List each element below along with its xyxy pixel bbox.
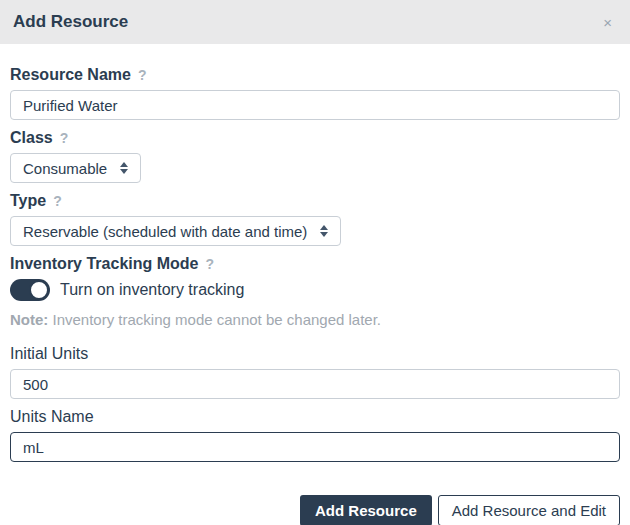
updown-arrows-icon bbox=[320, 225, 328, 237]
initial-units-label: Initial Units bbox=[10, 345, 88, 363]
type-label-row: Type ? bbox=[10, 192, 620, 210]
class-select-value: Consumable bbox=[23, 160, 107, 177]
units-name-label-row: Units Name bbox=[10, 408, 620, 426]
type-label: Type bbox=[10, 192, 46, 210]
toggle-knob bbox=[29, 280, 49, 300]
add-resource-modal: Add Resource × Resource Name ? Class ? C… bbox=[0, 0, 630, 525]
inventory-tracking-toggle-row: Turn on inventory tracking bbox=[10, 279, 620, 301]
toggle-label: Turn on inventory tracking bbox=[60, 281, 244, 299]
close-icon[interactable]: × bbox=[599, 13, 616, 32]
modal-footer: Add Resource Add Resource and Edit bbox=[0, 462, 630, 525]
modal-body: Resource Name ? Class ? Consumable Type … bbox=[0, 44, 630, 462]
help-icon[interactable]: ? bbox=[53, 192, 62, 210]
class-label-row: Class ? bbox=[10, 129, 620, 147]
note-text: Inventory tracking mode cannot be change… bbox=[48, 311, 381, 328]
inventory-tracking-label: Inventory Tracking Mode bbox=[10, 255, 198, 273]
resource-name-label: Resource Name bbox=[10, 66, 131, 84]
class-label: Class bbox=[10, 129, 53, 147]
initial-units-label-row: Initial Units bbox=[10, 345, 620, 363]
help-icon[interactable]: ? bbox=[205, 255, 214, 273]
add-resource-and-edit-button[interactable]: Add Resource and Edit bbox=[438, 495, 620, 525]
resource-name-label-row: Resource Name ? bbox=[10, 66, 620, 84]
inventory-tracking-toggle[interactable] bbox=[10, 279, 50, 301]
units-name-label: Units Name bbox=[10, 408, 94, 426]
add-resource-button[interactable]: Add Resource bbox=[300, 495, 432, 525]
updown-arrows-icon bbox=[120, 162, 128, 174]
class-select[interactable]: Consumable bbox=[10, 153, 141, 183]
help-icon[interactable]: ? bbox=[138, 66, 147, 84]
units-name-input[interactable] bbox=[10, 432, 620, 462]
note-prefix: Note: bbox=[10, 311, 48, 328]
initial-units-input[interactable] bbox=[10, 369, 620, 399]
help-icon[interactable]: ? bbox=[60, 129, 69, 147]
modal-header: Add Resource × bbox=[0, 0, 630, 44]
inventory-tracking-note: Note: Inventory tracking mode cannot be … bbox=[10, 311, 620, 329]
inventory-tracking-label-row: Inventory Tracking Mode ? bbox=[10, 255, 620, 273]
type-select-value: Reservable (scheduled with date and time… bbox=[23, 223, 307, 240]
modal-title: Add Resource bbox=[13, 12, 128, 32]
resource-name-input[interactable] bbox=[10, 90, 620, 120]
type-select[interactable]: Reservable (scheduled with date and time… bbox=[10, 216, 341, 246]
